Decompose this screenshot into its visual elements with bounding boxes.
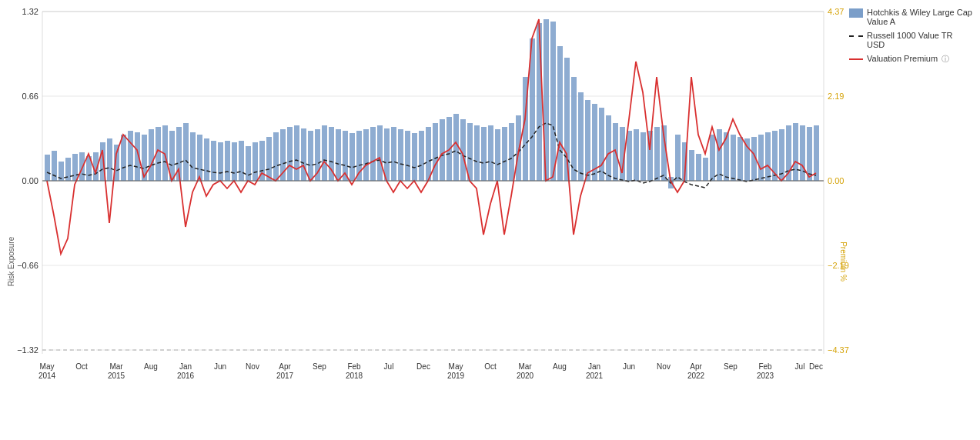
- legend-label-russell: Russell 1000 Value TR USD: [867, 31, 972, 49]
- svg-rect-74: [509, 123, 514, 181]
- x-label-may2014: May: [40, 362, 55, 371]
- svg-rect-92: [634, 129, 639, 181]
- svg-rect-102: [703, 158, 708, 181]
- legend-item-russell: Russell 1000 Value TR USD: [849, 31, 972, 49]
- svg-text:2017: 2017: [276, 372, 294, 380]
- x-label-feb2023: Feb: [758, 362, 772, 371]
- svg-text:2019: 2019: [447, 372, 465, 380]
- svg-rect-19: [128, 131, 133, 181]
- svg-rect-39: [266, 137, 272, 181]
- x-label-oct2014: Oct: [75, 362, 88, 371]
- svg-rect-30: [204, 138, 209, 181]
- x-label-dec2018: Dec: [416, 362, 430, 371]
- svg-rect-91: [627, 131, 632, 181]
- legend: Hotchkis & Wiley Large Cap Value A Russe…: [849, 8, 972, 72]
- svg-rect-54: [370, 127, 376, 181]
- x-label-jan2016: Jan: [179, 362, 192, 371]
- svg-rect-116: [800, 125, 805, 181]
- svg-rect-118: [814, 125, 819, 181]
- legend-swatch-dash: [849, 35, 863, 45]
- svg-rect-113: [779, 129, 784, 181]
- svg-text:2022: 2022: [687, 372, 705, 380]
- svg-rect-47: [322, 125, 327, 181]
- svg-rect-83: [571, 77, 577, 181]
- svg-rect-55: [377, 125, 383, 181]
- svg-rect-56: [384, 128, 390, 181]
- svg-rect-111: [765, 132, 771, 181]
- y-label-066: 0.66: [22, 92, 38, 101]
- svg-rect-27: [183, 123, 189, 181]
- svg-rect-7: [45, 155, 50, 181]
- svg-rect-72: [495, 129, 500, 181]
- svg-rect-78: [537, 23, 542, 181]
- svg-rect-71: [488, 125, 493, 181]
- y-right-000: 0.00: [828, 176, 844, 185]
- svg-rect-107: [738, 137, 743, 181]
- y-label-neg132: −1.32: [17, 345, 38, 355]
- x-label-apr2017: Apr: [279, 362, 291, 371]
- legend-item-valuation: Valuation Premium ⓘ: [849, 54, 972, 68]
- y-right-219: 2.19: [828, 92, 844, 101]
- svg-rect-101: [696, 154, 701, 181]
- svg-rect-43: [294, 125, 299, 181]
- chart-container: 1.32 0.66 0.00 −0.66 −1.32 4.37 2.19 0.0…: [0, 0, 980, 440]
- svg-text:2014: 2014: [38, 372, 56, 380]
- x-label-jan2021: Jan: [588, 362, 600, 371]
- x-label-oct2019: Oct: [484, 362, 497, 371]
- svg-rect-35: [239, 141, 244, 181]
- svg-rect-64: [440, 119, 445, 181]
- legend-item-fund: Hotchkis & Wiley Large Cap Value A: [849, 8, 972, 26]
- svg-rect-28: [190, 132, 196, 181]
- x-label-nov2016: Nov: [246, 362, 259, 371]
- svg-rect-106: [731, 135, 736, 181]
- y-right-437: 4.37: [828, 7, 844, 16]
- svg-rect-68: [467, 123, 473, 181]
- y-label-neg066: −0.66: [17, 261, 38, 270]
- svg-rect-93: [641, 132, 646, 181]
- svg-rect-57: [391, 127, 396, 181]
- svg-rect-58: [398, 129, 403, 181]
- svg-rect-75: [516, 115, 521, 181]
- svg-rect-100: [689, 150, 694, 181]
- svg-rect-87: [599, 108, 604, 181]
- svg-rect-53: [363, 129, 369, 181]
- svg-rect-59: [405, 131, 410, 181]
- svg-rect-0: [0, 0, 980, 440]
- x-label-jun2021: Jun: [623, 362, 635, 371]
- y-right-neg437: −4.37: [828, 345, 849, 355]
- svg-text:2015: 2015: [108, 372, 125, 380]
- x-label-jun2016: Jun: [214, 362, 226, 371]
- svg-rect-51: [350, 133, 355, 181]
- svg-rect-95: [654, 127, 660, 181]
- chart-svg: 1.32 0.66 0.00 −0.66 −1.32 4.37 2.19 0.0…: [0, 0, 980, 440]
- info-icon[interactable]: ⓘ: [942, 54, 949, 65]
- svg-rect-37: [253, 142, 258, 181]
- legend-label-fund: Hotchkis & Wiley Large Cap Value A: [867, 8, 972, 26]
- svg-rect-45: [308, 131, 313, 181]
- x-label-may2019: May: [449, 362, 463, 371]
- x-label-sep2022: Sep: [724, 362, 738, 371]
- svg-rect-70: [481, 127, 487, 181]
- x-label-jul2023: Jul: [795, 362, 805, 371]
- svg-rect-16: [107, 138, 112, 181]
- svg-rect-103: [710, 135, 715, 181]
- svg-rect-60: [412, 133, 417, 181]
- svg-rect-29: [197, 135, 202, 181]
- x-label-nov2021: Nov: [657, 362, 671, 371]
- y-label-132: 1.32: [22, 7, 38, 16]
- svg-rect-22: [149, 129, 154, 181]
- svg-text:2020: 2020: [517, 372, 534, 380]
- legend-swatch-blue: [849, 8, 863, 18]
- x-label-aug2020: Aug: [553, 362, 567, 371]
- x-label-aug2015: Aug: [144, 362, 158, 371]
- svg-rect-34: [232, 142, 237, 181]
- left-axis-label: Risk Exposure: [7, 236, 15, 286]
- svg-rect-81: [557, 46, 563, 181]
- svg-rect-63: [433, 123, 438, 181]
- svg-rect-98: [675, 135, 681, 181]
- svg-rect-88: [606, 115, 611, 181]
- svg-text:2016: 2016: [177, 372, 195, 380]
- svg-rect-12: [79, 152, 85, 181]
- svg-rect-31: [211, 141, 216, 181]
- svg-rect-33: [225, 141, 230, 181]
